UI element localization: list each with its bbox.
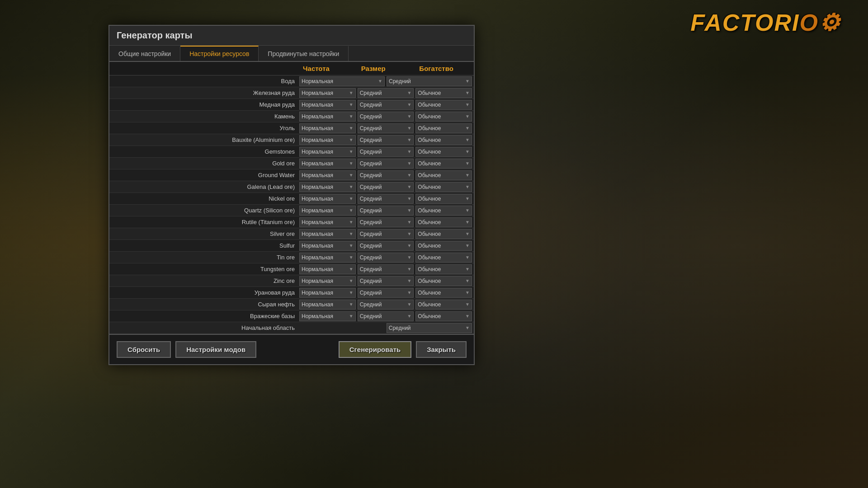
frequency-dropdown[interactable]: Нормальная▼ — [299, 76, 385, 86]
size-dropdown[interactable]: Средний▼ — [358, 253, 414, 263]
frequency-dropdown[interactable]: Нормальная▼ — [299, 241, 356, 251]
row-label: Zinc ore — [109, 277, 299, 284]
wealth-dropdown[interactable]: Обычное▼ — [415, 170, 472, 180]
tab-general[interactable]: Общие настройки — [109, 46, 180, 61]
row-label: Tungsten ore — [109, 266, 299, 272]
size-dropdown[interactable]: Средний▼ — [358, 206, 414, 216]
size-dropdown[interactable]: Средний▼ — [358, 135, 414, 145]
size-dropdown[interactable]: Средний▼ — [387, 323, 472, 333]
dropdown-arrow-icon: ▼ — [349, 208, 354, 213]
size-dropdown[interactable]: Средний▼ — [358, 311, 414, 321]
generate-button[interactable]: Сгенерировать — [339, 341, 411, 358]
table-row: Железная рудаНормальная▼Средний▼Обычное▼ — [109, 87, 474, 99]
wealth-dropdown[interactable]: Обычное▼ — [415, 217, 472, 227]
frequency-dropdown[interactable]: Нормальная▼ — [299, 194, 356, 204]
frequency-dropdown[interactable]: Нормальная▼ — [299, 100, 356, 110]
col-wealth-header: Богатство — [415, 65, 474, 72]
dropdown-arrow-icon: ▼ — [465, 126, 470, 131]
dropdown-arrow-icon: ▼ — [407, 149, 411, 154]
row-label: Gemstones — [109, 148, 299, 155]
frequency-dropdown[interactable]: Нормальная▼ — [299, 288, 356, 298]
wealth-dropdown[interactable]: Обычное▼ — [415, 264, 472, 274]
wealth-dropdown[interactable]: Обычное▼ — [415, 182, 472, 192]
frequency-dropdown[interactable]: Нормальная▼ — [299, 206, 356, 216]
wealth-dropdown[interactable]: Обычное▼ — [415, 206, 472, 216]
wealth-dropdown[interactable]: Обычное▼ — [415, 112, 472, 122]
column-headers: Частота Размер Богатство — [109, 62, 474, 75]
row-label: Сырая нефть — [109, 301, 299, 308]
wealth-dropdown[interactable]: Обычное▼ — [415, 159, 472, 169]
frequency-dropdown[interactable]: Нормальная▼ — [299, 253, 356, 263]
table-row: GemstonesНормальная▼Средний▼Обычное▼ — [109, 146, 474, 158]
wealth-dropdown[interactable]: Обычное▼ — [415, 276, 472, 286]
row-label: Начальная область — [109, 324, 299, 331]
mod-settings-button[interactable]: Настройки модов — [175, 341, 256, 358]
size-dropdown[interactable]: Средний▼ — [358, 194, 414, 204]
size-dropdown[interactable]: Средний▼ — [358, 229, 414, 239]
frequency-dropdown[interactable]: Нормальная▼ — [299, 88, 356, 98]
frequency-dropdown[interactable]: Нормальная▼ — [299, 217, 356, 227]
wealth-dropdown[interactable]: Обычное▼ — [415, 229, 472, 239]
frequency-dropdown[interactable]: Нормальная▼ — [299, 264, 356, 274]
table-row: SulfurНормальная▼Средний▼Обычное▼ — [109, 240, 474, 252]
frequency-dropdown[interactable]: Нормальная▼ — [299, 276, 356, 286]
dropdown-arrow-icon: ▼ — [407, 173, 411, 178]
wealth-dropdown[interactable]: Обычное▼ — [415, 194, 472, 204]
row-label: Вода — [109, 78, 299, 84]
frequency-dropdown[interactable]: Нормальная▼ — [299, 182, 356, 192]
frequency-dropdown[interactable]: Нормальная▼ — [299, 135, 356, 145]
dropdown-arrow-icon: ▼ — [349, 290, 354, 295]
table-row: Nickel oreНормальная▼Средний▼Обычное▼ — [109, 193, 474, 205]
size-dropdown[interactable]: Средний▼ — [358, 112, 414, 122]
wealth-dropdown[interactable]: Обычное▼ — [415, 123, 472, 133]
size-dropdown[interactable]: Средний▼ — [358, 264, 414, 274]
wealth-dropdown[interactable]: Обычное▼ — [415, 100, 472, 110]
wealth-dropdown[interactable]: Обычное▼ — [415, 311, 472, 321]
frequency-dropdown[interactable]: Нормальная▼ — [299, 147, 356, 157]
wealth-dropdown[interactable]: Обычное▼ — [415, 88, 472, 98]
dropdown-arrow-icon: ▼ — [407, 290, 411, 295]
frequency-dropdown[interactable]: Нормальная▼ — [299, 123, 356, 133]
wealth-dropdown[interactable]: Обычное▼ — [415, 288, 472, 298]
row-label: Sulfur — [109, 242, 299, 249]
frequency-dropdown[interactable]: Нормальная▼ — [299, 159, 356, 169]
close-button[interactable]: Закрыть — [416, 341, 467, 358]
size-dropdown[interactable]: Средний▼ — [358, 100, 414, 110]
table-row: Tin oreНормальная▼Средний▼Обычное▼ — [109, 252, 474, 263]
frequency-dropdown[interactable]: Нормальная▼ — [299, 311, 356, 321]
frequency-dropdown[interactable]: Нормальная▼ — [299, 229, 356, 239]
tab-resources[interactable]: Настройки ресурсов — [180, 46, 259, 61]
col-label-spacer — [109, 65, 299, 72]
dropdown-arrow-icon: ▼ — [465, 278, 470, 283]
wealth-dropdown[interactable]: Обычное▼ — [415, 135, 472, 145]
size-dropdown[interactable]: Средний▼ — [358, 147, 414, 157]
dropdown-arrow-icon: ▼ — [465, 255, 470, 260]
size-dropdown[interactable]: Средний▼ — [358, 276, 414, 286]
size-dropdown[interactable]: Средний▼ — [358, 288, 414, 298]
size-dropdown[interactable]: Средний▼ — [358, 159, 414, 169]
wealth-dropdown[interactable]: Обычное▼ — [415, 147, 472, 157]
dropdown-arrow-icon: ▼ — [465, 102, 470, 107]
size-dropdown[interactable]: Средний▼ — [358, 182, 414, 192]
size-dropdown[interactable]: Средний▼ — [358, 300, 414, 310]
dropdown-arrow-icon: ▼ — [349, 90, 354, 95]
wealth-dropdown[interactable]: Обычное▼ — [415, 253, 472, 263]
dropdown-arrow-icon: ▼ — [465, 325, 470, 330]
size-dropdown[interactable]: Средний▼ — [358, 88, 414, 98]
frequency-dropdown[interactable]: Нормальная▼ — [299, 170, 356, 180]
dropdown-arrow-icon: ▼ — [465, 79, 470, 84]
size-dropdown[interactable]: Средний▼ — [358, 241, 414, 251]
size-dropdown[interactable]: Средний▼ — [358, 170, 414, 180]
row-label: Медная руда — [109, 101, 299, 108]
size-dropdown[interactable]: Средний▼ — [358, 217, 414, 227]
tab-advanced[interactable]: Продвинутые настройки — [259, 46, 349, 61]
wealth-dropdown[interactable]: Обычное▼ — [415, 300, 472, 310]
frequency-dropdown[interactable]: Нормальная▼ — [299, 112, 356, 122]
wealth-dropdown[interactable]: Обычное▼ — [415, 241, 472, 251]
resource-rows: ВодаНормальная▼Средний▼Железная рудаНорм… — [109, 75, 474, 334]
size-dropdown[interactable]: Средний▼ — [358, 123, 414, 133]
size-dropdown[interactable]: Средний▼ — [387, 76, 472, 86]
frequency-dropdown[interactable]: Нормальная▼ — [299, 300, 356, 310]
reset-button[interactable]: Сбросить — [117, 341, 171, 358]
dropdown-arrow-icon: ▼ — [349, 267, 354, 272]
